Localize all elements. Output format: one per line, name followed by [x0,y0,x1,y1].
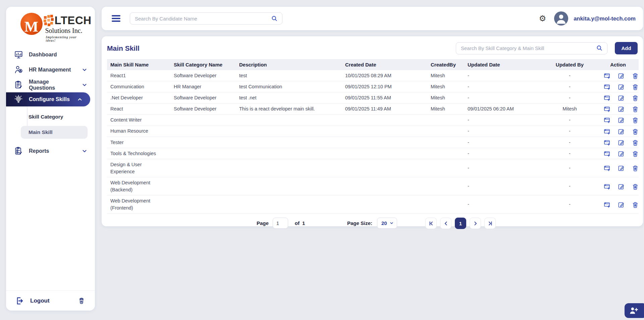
page-size-select[interactable]: 20 [377,218,397,229]
recycle-bin-icon[interactable] [77,297,86,305]
edit-icon[interactable] [618,84,625,90]
cell-updated-date: - [464,177,542,195]
chevron-down-icon [82,67,88,73]
window-add-icon[interactable] [604,128,610,135]
cell-updated-date: - [464,148,542,159]
cell-updated-date: - [464,159,542,177]
edit-icon[interactable] [618,165,625,172]
cell-main-skill-name: .Net Developer [107,92,170,103]
user-email[interactable]: ankita.y@mol-tech.com [574,15,636,22]
edit-icon[interactable] [618,139,625,146]
cell-skill-category [170,137,236,148]
first-page-button[interactable] [425,218,437,229]
edit-icon[interactable] [618,117,625,124]
avatar[interactable] [554,11,568,26]
sidebar-item-label: HR Management [29,67,71,73]
edit-icon[interactable] [618,95,625,101]
page-1-button[interactable]: 1 [455,218,466,229]
window-add-icon[interactable] [604,73,610,79]
page-size-label: Page Size: [347,220,372,226]
delete-icon[interactable] [632,183,639,190]
sidebar-item-dashboard[interactable]: Dashboard [6,47,95,62]
delete-icon[interactable] [632,84,639,90]
logo-brand-text: LTECH [55,14,92,27]
page-number-input[interactable] [273,218,288,229]
delete-icon[interactable] [632,95,639,101]
cell-description: test [236,70,342,81]
cell-skill-category: Software Developer [170,92,236,103]
sidebar-item-manage-questions[interactable]: Manage Questions [6,77,95,92]
chevron-down-icon [389,221,394,225]
window-add-icon[interactable] [604,165,610,172]
delete-icon[interactable] [632,201,639,208]
skill-search-input[interactable] [461,45,596,51]
col-created-date: Created Date [342,59,427,70]
cell-description: This is a react developer main skill. [236,103,342,115]
search-icon[interactable] [596,45,603,52]
edit-icon[interactable] [618,128,625,135]
cell-created-by [427,137,464,148]
window-add-icon[interactable] [604,106,610,112]
table-row: React Software Developer This is a react… [107,103,639,115]
window-add-icon[interactable] [604,183,610,190]
cell-created-date [342,177,427,195]
edit-icon[interactable] [618,150,625,157]
window-add-icon[interactable] [604,139,610,146]
delete-icon[interactable] [632,73,639,79]
window-add-icon[interactable] [604,84,610,90]
sidebar-item-hr-management[interactable]: HR Management [6,62,95,77]
window-add-icon[interactable] [604,201,610,208]
last-page-button[interactable] [484,218,496,229]
edit-icon[interactable] [618,183,625,190]
cell-main-skill-name: Tools & Technologies [107,148,170,159]
delete-icon[interactable] [632,128,639,135]
table-row: Tools & Technologies - - [107,148,639,159]
delete-icon[interactable] [632,165,639,172]
search-icon[interactable] [271,15,278,22]
window-add-icon[interactable] [604,117,610,124]
cell-created-date: 09/01/2025 11:55 AM [342,92,427,103]
skill-search [456,42,607,54]
candidate-search-input[interactable] [135,16,271,21]
cell-created-by: Mitesh [427,103,464,115]
cell-created-by: Mitesh [427,92,464,103]
logout-button[interactable]: Logout [30,298,50,304]
window-add-icon[interactable] [604,95,610,101]
sidebar-item-label: Configure Skills [29,96,70,102]
window-add-icon[interactable] [604,150,610,157]
cell-created-by: Mitesh [427,70,464,81]
cell-updated-by: - [542,115,597,126]
menu-icon[interactable] [112,15,120,22]
table-row: Tester - - [107,137,639,148]
add-button[interactable]: Add [615,42,638,54]
cell-skill-category [170,148,236,159]
table-row: .Net Developer Software Developer test .… [107,92,639,103]
cell-updated-by: - [542,177,597,195]
gear-icon[interactable]: ⚙ [539,14,546,22]
next-page-button[interactable] [470,218,481,229]
sidebar-subitem-main-skill[interactable]: Main Skill [21,126,88,139]
add-user-button[interactable] [625,303,644,318]
page-label: Page [257,220,269,226]
cell-skill-category [170,115,236,126]
cell-skill-category [170,195,236,214]
sidebar-item-reports[interactable]: Reports [6,143,95,158]
sidebar-item-configure-skills[interactable]: Configure Skills [6,92,90,106]
logo-monogram-icon: M [20,13,43,35]
delete-icon[interactable] [632,150,639,157]
table-row: Human Resource - - [107,126,639,137]
edit-icon[interactable] [618,201,625,208]
logo-company-text: Solutions Inc. [45,27,83,35]
delete-icon[interactable] [632,117,639,124]
edit-icon[interactable] [618,106,625,112]
table-header-row: Main Skill Name Skill Category Name Desc… [107,59,639,70]
prev-page-button[interactable] [440,218,451,229]
cell-created-by [427,159,464,177]
delete-icon[interactable] [632,139,639,146]
cell-updated-by: - [542,159,597,177]
sidebar-subitem-skill-category[interactable]: Skill Category [6,110,95,123]
edit-icon[interactable] [618,73,625,79]
cell-skill-category [170,159,236,177]
cell-description [236,195,342,214]
delete-icon[interactable] [632,106,639,112]
